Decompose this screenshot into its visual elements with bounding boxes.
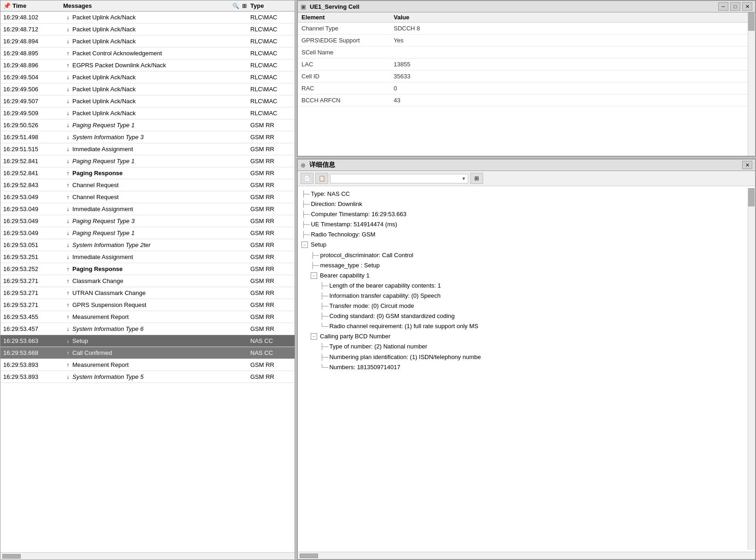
tree-item: ├─ UE Timestamp: 514914474 (ms)	[301, 219, 744, 230]
detail-scrollbar[interactable]	[748, 188, 755, 550]
table-row[interactable]: 16:29:53.893↑Measurement ReportGSM RR	[0, 359, 295, 371]
tree-expand-button[interactable]: −	[311, 333, 317, 340]
up-arrow-icon: ↑	[63, 170, 72, 177]
row-type: RLC\MAC	[250, 38, 292, 45]
tree-connector: ├─	[320, 281, 328, 291]
table-row[interactable]: 16:29:53.049↑Channel RequestGSM RR	[0, 191, 295, 203]
tree-expand-button[interactable]: −	[301, 242, 308, 248]
ue1-element: GPRS\EDGE Support	[301, 37, 394, 44]
ue1-data-row[interactable]: GPRS\EDGE SupportYes	[298, 35, 748, 47]
row-type: RLC\MAC	[250, 14, 292, 21]
table-row[interactable]: 16:29:48.895↑Packet Control Acknowledgem…	[0, 47, 295, 59]
table-row[interactable]: 16:29:51.515↓Immediate AssignmentGSM RR	[0, 143, 295, 155]
table-row[interactable]: 16:29:53.663↓SetupNAS CC	[0, 335, 295, 347]
table-row[interactable]: 16:29:53.668↑Call ConfirmedNAS CC	[0, 347, 295, 359]
table-row[interactable]: 16:29:49.509↓Packet Uplink Ack/NackRLC\M…	[0, 107, 295, 119]
row-type: GSM RR	[250, 253, 292, 260]
table-row[interactable]: 16:29:50.526↓Paging Request Type 1GSM RR	[0, 119, 295, 131]
tree-item[interactable]: −Setup	[301, 240, 744, 250]
row-time: 16:29:53.271	[3, 277, 63, 284]
ue1-element: LAC	[301, 61, 394, 68]
tree-text: protocol_discriminator: Call Control	[320, 250, 413, 260]
row-message: Paging Request Type 1	[72, 230, 250, 236]
tree-item[interactable]: −Bearer capability 1	[301, 271, 744, 281]
table-row[interactable]: 16:29:53.049↓Paging Request Type 1GSM RR	[0, 227, 295, 239]
ue1-panel: ▣ UE1_Serving Cell ─ □ ✕ ElementValueCha…	[297, 0, 756, 157]
ue1-restore-button[interactable]: □	[730, 2, 740, 11]
down-arrow-icon: ↓	[63, 230, 72, 236]
table-row[interactable]: 16:29:53.051↓System Information Type 2te…	[0, 239, 295, 251]
tree-item[interactable]: −Calling party BCD Number	[301, 331, 744, 342]
ue1-minimize-button[interactable]: ─	[718, 2, 728, 11]
tree-item: ├─ Type: NAS CC	[301, 189, 744, 199]
search-icon[interactable]: 🔍	[232, 3, 239, 9]
detail-pin-icon: ⊕	[301, 162, 306, 169]
table-row[interactable]: 16:29:53.252↑Paging ResponseGSM RR	[0, 263, 295, 275]
row-time: 16:29:48.102	[3, 14, 63, 21]
ue1-data-row[interactable]: SCell Name	[298, 47, 748, 59]
table-row[interactable]: 16:29:52.843↑Channel RequestGSM RR	[0, 179, 295, 191]
search-input[interactable]	[332, 175, 461, 182]
table-row[interactable]: 16:29:49.506↓Packet Uplink Ack/NackRLC\M…	[0, 83, 295, 95]
row-time: 16:29:48.894	[3, 38, 63, 45]
table-row[interactable]: 16:29:53.271↑Classmark ChangeGSM RR	[0, 275, 295, 287]
down-arrow-icon: ↓	[63, 146, 72, 153]
grid-view-button[interactable]: ⊞	[470, 173, 483, 184]
tree-connector: ├─	[301, 219, 310, 230]
ue1-data-row[interactable]: Channel TypeSDCCH 8	[298, 23, 748, 35]
tree-expand-button[interactable]: −	[311, 272, 317, 279]
tree-text: Coding standard: (0) GSM standardized co…	[329, 311, 455, 321]
search-box[interactable]: ▼	[330, 174, 468, 183]
ue1-data-row[interactable]: RAC0	[298, 83, 748, 94]
tree-text: Calling party BCD Number	[320, 331, 390, 342]
row-type: RLC\MAC	[250, 62, 292, 69]
row-message: System Information Type 3	[72, 134, 250, 141]
table-row[interactable]: 16:29:53.271↑GPRS Suspension RequestGSM …	[0, 299, 295, 311]
detail-hscroll[interactable]	[298, 552, 755, 559]
row-time: 16:29:53.251	[3, 253, 63, 260]
table-row[interactable]: 16:29:48.712↓Packet Uplink Ack/NackRLC\M…	[0, 24, 295, 35]
detail-close-button[interactable]: ✕	[742, 161, 752, 169]
clipboard-button[interactable]: 📋	[315, 173, 328, 184]
row-time: 16:29:53.252	[3, 265, 63, 272]
table-row[interactable]: 16:29:52.841↓Paging Request Type 1GSM RR	[0, 155, 295, 167]
down-arrow-icon: ↓	[63, 338, 72, 344]
document-button[interactable]: 📄	[301, 173, 313, 184]
row-message: Packet Control Acknowledgement	[72, 50, 250, 57]
ue1-data-row[interactable]: Cell ID35633	[298, 71, 748, 83]
table-row[interactable]: 16:29:48.896↑EGPRS Packet Downlink Ack/N…	[0, 59, 295, 71]
up-arrow-icon: ↑	[63, 314, 72, 320]
table-row[interactable]: 16:29:53.457↓System Information Type 6GS…	[0, 323, 295, 335]
table-row[interactable]: 16:29:53.251↓Immediate AssignmentGSM RR	[0, 251, 295, 263]
row-type: GSM RR	[250, 218, 292, 224]
table-row[interactable]: 16:29:53.271↑UTRAN Classmark ChangeGSM R…	[0, 287, 295, 299]
table-row[interactable]: 16:29:49.507↓Packet Uplink Ack/NackRLC\M…	[0, 95, 295, 107]
row-message: System Information Type 2ter	[72, 242, 250, 248]
row-message: Paging Request Type 3	[72, 218, 250, 224]
table-row[interactable]: 16:29:53.893↓System Information Type 5GS…	[0, 371, 295, 383]
grid-icon[interactable]: ⊞	[242, 3, 247, 9]
tree-connector: ├─	[320, 342, 328, 352]
row-time: 16:29:53.271	[3, 289, 63, 296]
table-row[interactable]: 16:29:51.498↓System Information Type 3GS…	[0, 131, 295, 143]
tree-text: Numbering plan identification: (1) ISDN/…	[329, 352, 481, 362]
row-type: GSM RR	[250, 301, 292, 308]
ue1-close-button[interactable]: ✕	[742, 2, 752, 11]
ue1-scrollbar[interactable]	[748, 12, 755, 156]
table-row[interactable]: 16:29:52.841↑Paging ResponseGSM RR	[0, 167, 295, 179]
table-row[interactable]: 16:29:49.504↓Packet Uplink Ack/NackRLC\M…	[0, 71, 295, 83]
row-message: Immediate Assignment	[72, 206, 250, 212]
table-row[interactable]: 16:29:53.455↑Measurement ReportGSM RR	[0, 311, 295, 323]
table-row[interactable]: 16:29:53.049↓Immediate AssignmentGSM RR	[0, 203, 295, 215]
table-row[interactable]: 16:29:48.102↓Packet Uplink Ack/NackRLC\M…	[0, 12, 295, 24]
ue1-data-row[interactable]: BCCH ARFCN43	[298, 94, 748, 106]
table-row[interactable]: 16:29:53.049↓Paging Request Type 3GSM RR	[0, 215, 295, 227]
row-time: 16:29:53.049	[3, 194, 63, 200]
up-arrow-icon: ↑	[63, 182, 72, 189]
ue1-data-row[interactable]: LAC13855	[298, 59, 748, 71]
horizontal-scrollbar[interactable]	[0, 552, 295, 560]
row-type: GSM RR	[250, 122, 292, 129]
table-row[interactable]: 16:29:48.894↓Packet Uplink Ack/NackRLC\M…	[0, 35, 295, 47]
row-message: Call Confirmed	[72, 349, 250, 356]
search-dropdown-icon[interactable]: ▼	[461, 176, 466, 181]
